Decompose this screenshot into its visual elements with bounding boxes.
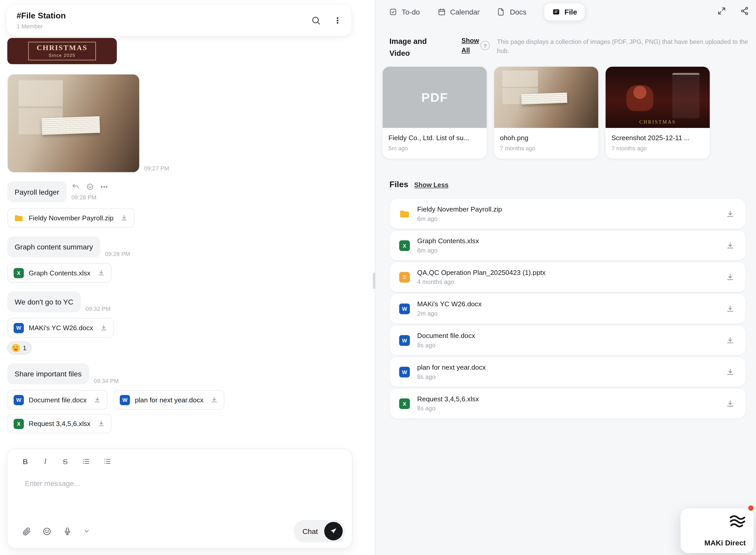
tab-label: File bbox=[564, 7, 577, 16]
message-time: 09:27 PM bbox=[144, 165, 169, 172]
chat-message-list[interactable]: CHRISTMAS Since 2025 09:27 PM Payroll le… bbox=[7, 38, 368, 433]
message-bubble[interactable]: Graph content summary bbox=[7, 237, 100, 258]
file-name: Document file.docx bbox=[29, 396, 87, 404]
maki-logo-icon bbox=[729, 515, 746, 528]
message-bubble[interactable]: Share important files bbox=[7, 364, 89, 384]
send-mode-label[interactable]: Chat bbox=[303, 527, 318, 535]
file-row[interactable]: W plan for next year.docx 8s ago bbox=[390, 357, 745, 387]
message-time: 09:32 PM bbox=[85, 305, 110, 312]
file-row[interactable]: X Graph Contents.xlsx 6m ago bbox=[390, 230, 745, 260]
ordered-list-icon[interactable] bbox=[82, 457, 90, 465]
mic-icon[interactable] bbox=[63, 526, 72, 536]
media-card[interactable]: PDF Fieldy Co., Ltd. List of su... 5m ag… bbox=[383, 67, 487, 159]
tab-docs[interactable]: Docs bbox=[497, 7, 527, 16]
file-name: Fieldy November Payroll.zip bbox=[29, 214, 114, 222]
tab-todo[interactable]: To-do bbox=[389, 7, 420, 16]
photo-attachment[interactable] bbox=[7, 74, 140, 173]
message: Share important files 09:34 PM bbox=[7, 364, 119, 384]
chevron-down-icon[interactable] bbox=[83, 528, 90, 535]
file-row[interactable]: Fieldy November Payroll.zip 6m ago bbox=[390, 199, 745, 228]
download-icon[interactable] bbox=[100, 324, 108, 332]
pdf-thumbnail: PDF bbox=[383, 67, 487, 128]
chat-header: #File Station 1 Member ⋮ bbox=[7, 5, 352, 36]
show-less-link[interactable]: Show Less bbox=[414, 181, 448, 189]
excel-icon: X bbox=[13, 419, 24, 429]
file-name: Request 3,4,5,6.xlsx bbox=[29, 420, 91, 428]
reply-icon[interactable] bbox=[72, 183, 79, 191]
attachment-icon[interactable] bbox=[22, 526, 31, 536]
emoji-react-icon[interactable] bbox=[86, 183, 94, 191]
file-name: Graph Contents.xlsx bbox=[29, 269, 91, 277]
media-name: Fieldy Co., Ltd. List of su... bbox=[388, 134, 481, 141]
folder-icon bbox=[399, 208, 410, 220]
channel-menu-icon[interactable]: ⋮ bbox=[333, 16, 342, 25]
file-name: Request 3,4,5,6.xlsx bbox=[417, 395, 479, 403]
word-icon: W bbox=[120, 395, 130, 405]
file-name: plan for next year.docx bbox=[417, 364, 486, 371]
message-bubble[interactable]: We don't go to YC bbox=[7, 291, 81, 312]
tab-file[interactable]: File bbox=[544, 3, 585, 20]
bullet-list-icon[interactable] bbox=[103, 457, 112, 465]
file-attachment[interactable]: W Document file.docx bbox=[7, 390, 108, 410]
more-icon[interactable]: ••• bbox=[101, 183, 108, 190]
search-icon[interactable] bbox=[311, 15, 321, 25]
file-time: 4 months ago bbox=[417, 279, 546, 286]
download-icon[interactable] bbox=[726, 399, 735, 408]
file-attachment[interactable]: X Request 3,4,5,6.xlsx bbox=[7, 414, 112, 433]
file-row[interactable]: X Request 3,4,5,6.xlsx 8s ago bbox=[390, 389, 745, 418]
download-icon[interactable] bbox=[93, 396, 101, 404]
file-attachment[interactable]: W plan for next year.docx bbox=[114, 390, 225, 410]
tab-label: Calendar bbox=[450, 7, 480, 16]
file-row[interactable]: W Document file.docx 8s ago bbox=[390, 326, 745, 355]
help-icon[interactable]: ? bbox=[480, 41, 490, 50]
message-bubble[interactable]: Payroll ledger bbox=[7, 181, 67, 203]
file-time: 8s ago bbox=[417, 405, 479, 412]
emoji-reaction[interactable]: 1 bbox=[7, 341, 32, 354]
share-icon[interactable] bbox=[740, 6, 749, 15]
calendar-icon bbox=[437, 7, 446, 16]
hub-tabbar: To-do Calendar Docs File bbox=[389, 0, 585, 24]
widget-label: MAKi Direct bbox=[704, 539, 746, 547]
file-attachment[interactable]: W MAKi's YC W26.docx bbox=[7, 318, 114, 337]
file-row[interactable]: ☰ QA,QC Operation Plan_20250423 (1).pptx… bbox=[390, 262, 745, 292]
download-icon[interactable] bbox=[726, 336, 735, 345]
strikethrough-button[interactable]: S bbox=[62, 457, 69, 465]
hub-panel[interactable]: To-do Calendar Docs File bbox=[375, 0, 756, 555]
download-icon[interactable] bbox=[726, 304, 735, 313]
channel-info: #File Station 1 Member bbox=[16, 11, 66, 30]
excel-icon: X bbox=[399, 398, 410, 409]
reaction-count: 1 bbox=[23, 344, 27, 352]
word-icon: W bbox=[399, 303, 410, 314]
section-description: This page displays a collection of image… bbox=[497, 37, 750, 55]
file-attachment[interactable]: X Graph Contents.xlsx bbox=[7, 263, 112, 283]
download-icon[interactable] bbox=[97, 420, 105, 428]
download-icon[interactable] bbox=[726, 241, 735, 250]
tab-calendar[interactable]: Calendar bbox=[437, 7, 480, 16]
file-row[interactable]: W MAKi's YC W26.docx 2m ago bbox=[390, 294, 745, 324]
media-card[interactable]: CHRISTMAS Screenshot 2025-12-11 ... 7 mo… bbox=[606, 67, 710, 159]
download-icon[interactable] bbox=[97, 269, 105, 277]
expand-icon[interactable] bbox=[717, 6, 726, 15]
christmas-banner-image[interactable]: CHRISTMAS Since 2025 bbox=[7, 38, 117, 64]
media-card[interactable]: ohoh.png 7 months ago bbox=[494, 67, 598, 159]
channel-title: #File Station bbox=[16, 11, 66, 21]
file-name: MAKi's YC W26.docx bbox=[417, 300, 482, 308]
bold-button[interactable]: B bbox=[22, 457, 29, 465]
download-icon[interactable] bbox=[120, 214, 128, 222]
download-icon[interactable] bbox=[726, 210, 735, 218]
excel-icon: X bbox=[399, 240, 410, 251]
powerpoint-icon: ☰ bbox=[399, 272, 410, 283]
send-button[interactable] bbox=[324, 522, 343, 541]
file-attachment[interactable]: Fieldy November Payroll.zip bbox=[7, 208, 134, 228]
maki-direct-widget[interactable]: MAKi Direct bbox=[681, 508, 754, 553]
message-input[interactable]: Enter message... bbox=[25, 479, 337, 487]
media-name: Screenshot 2025-12-11 ... bbox=[611, 134, 704, 141]
download-icon[interactable] bbox=[726, 368, 735, 376]
file-name: Document file.docx bbox=[417, 332, 475, 340]
italic-button[interactable]: I bbox=[42, 457, 49, 465]
download-icon[interactable] bbox=[726, 272, 735, 282]
file-time: 8s ago bbox=[417, 374, 486, 380]
emoji-icon[interactable] bbox=[42, 526, 52, 536]
file-list[interactable]: Fieldy November Payroll.zip 6m ago X Gra… bbox=[390, 199, 745, 418]
download-icon[interactable] bbox=[210, 396, 218, 404]
